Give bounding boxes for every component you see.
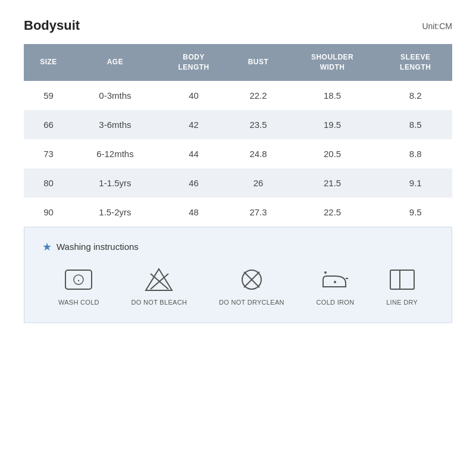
table-row: 736-12mths4424.820.58.8 <box>24 139 452 168</box>
cold-iron-icon <box>320 267 350 293</box>
svg-point-10 <box>334 281 336 283</box>
washing-section: ★ Washing instructions • WASH COLD DO NO… <box>24 227 452 323</box>
svg-marker-3 <box>146 269 172 290</box>
col-bust: BUST <box>230 44 286 81</box>
page-title: Bodysuit <box>24 18 80 33</box>
page-header: Bodysuit Unit:CM <box>24 18 452 33</box>
col-age: AGE <box>73 44 157 81</box>
no-dryclean-item: DO NOT DRYCLEAN <box>219 267 284 306</box>
col-shoulder-width: SHOULDERWIDTH <box>286 44 379 81</box>
col-size: SIZE <box>24 44 73 81</box>
cold-iron-label: COLD IRON <box>317 299 355 306</box>
table-row: 590-3mths4022.218.58.2 <box>24 81 452 110</box>
svg-point-11 <box>324 271 327 274</box>
line-dry-label: LINE DRY <box>386 299 418 306</box>
col-body-length: BODYLENGTH <box>157 44 230 81</box>
no-dryclean-label: DO NOT DRYCLEAN <box>219 299 284 306</box>
svg-text:•: • <box>78 278 80 284</box>
table-header-row: SIZE AGE BODYLENGTH BUST SHOULDERWIDTH S… <box>24 44 452 81</box>
table-row: 901.5-2yrs4827.322.59.5 <box>24 198 452 227</box>
unit-label: Unit:CM <box>422 21 452 31</box>
no-bleach-icon <box>143 267 174 293</box>
svg-rect-12 <box>390 270 414 289</box>
table-row: 663-6mths4223.519.58.5 <box>24 110 452 139</box>
line-dry-icon <box>387 267 418 293</box>
no-bleach-item: DO NOT BLEACH <box>131 267 187 306</box>
table-row: 801-1.5yrs462621.59.1 <box>24 168 452 198</box>
wash-cold-label: WASH COLD <box>58 299 99 306</box>
no-bleach-label: DO NOT BLEACH <box>131 299 187 306</box>
cold-iron-item: COLD IRON <box>317 267 355 306</box>
washing-icons-row: • WASH COLD DO NOT BLEACH DO NOT DRYCLEA… <box>42 267 434 306</box>
star-icon: ★ <box>42 240 52 253</box>
line-dry-item: LINE DRY <box>386 267 418 306</box>
wash-cold-icon: • <box>63 267 94 293</box>
wash-cold-item: • WASH COLD <box>58 267 99 306</box>
washing-title-text: Washing instructions <box>57 242 139 252</box>
col-sleeve-length: SLEEVELENGTH <box>379 44 453 81</box>
no-dryclean-icon <box>236 267 267 293</box>
size-table: SIZE AGE BODYLENGTH BUST SHOULDERWIDTH S… <box>24 44 452 227</box>
washing-title: ★ Washing instructions <box>42 240 434 253</box>
